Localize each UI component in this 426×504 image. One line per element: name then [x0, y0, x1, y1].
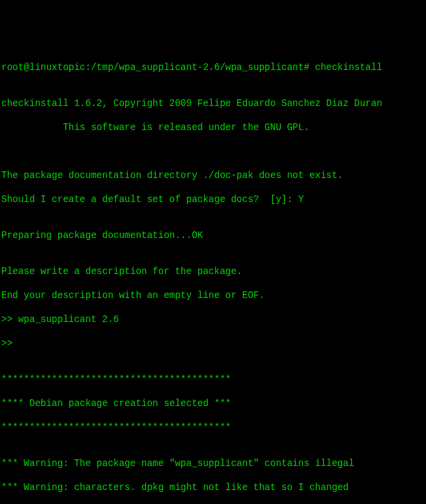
terminal-line-input2: >>: [1, 337, 425, 349]
terminal-line-stars: ****************************************…: [1, 373, 425, 385]
terminal-line-input1: >> wpa_supplicant 2.6: [1, 313, 425, 325]
terminal-line-stars: ****************************************…: [1, 421, 425, 433]
terminal-line-warning: *** Warning: The package name "wpa_suppl…: [1, 457, 425, 469]
terminal-line-copyright: checkinstall 1.6.2, Copyright 2009 Felip…: [1, 97, 425, 109]
terminal-line-desc2: End your description with an empty line …: [1, 289, 425, 301]
terminal-line-prompt: root@linuxtopic:/tmp/wpa_supplicant-2.6/…: [1, 61, 425, 73]
terminal-line-warning: *** Warning: characters. dpkg might not …: [1, 481, 425, 493]
terminal-line-selection: **** Debian package creation selected **…: [1, 397, 425, 409]
terminal-line-desc1: Please write a description for the packa…: [1, 265, 425, 277]
terminal-line-docs-question: Should I create a default set of package…: [1, 193, 425, 205]
terminal-line-preparing: Preparing package documentation...OK: [1, 229, 425, 241]
terminal-line-license: This software is released under the GNU …: [1, 121, 425, 133]
terminal-window[interactable]: root@linuxtopic:/tmp/wpa_supplicant-2.6/…: [1, 49, 425, 504]
terminal-line-docdir: The package documentation directory ./do…: [1, 169, 425, 181]
